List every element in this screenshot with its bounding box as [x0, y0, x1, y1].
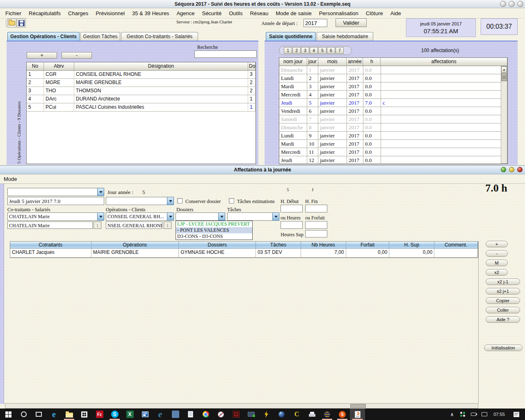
dialog-hscroll-thumb[interactable] [350, 404, 366, 408]
window-maximize-button[interactable] [509, 1, 515, 7]
edge-icon[interactable]: e [46, 409, 62, 420]
window-minimize-button[interactable] [500, 1, 506, 7]
validate-button[interactable]: Valider [336, 18, 367, 27]
day-row[interactable]: Samedi7janvier20170.0 [279, 115, 507, 123]
tray-battery-icon[interactable] [468, 409, 478, 420]
menu-35-39-heures[interactable]: 35 & 39 Heures [128, 9, 173, 18]
dialog-minimize-button[interactable] [501, 167, 506, 172]
dialog-left-scroll-strip[interactable] [0, 184, 4, 404]
selected-date-field[interactable]: Jeudi 5 janvier 2017 7.0 [7, 197, 104, 205]
tab-gestion-operations-clients[interactable]: Gestion Opérations - Clients [7, 32, 80, 41]
day-row[interactable]: Mercredi4janvier20170.0 [279, 91, 507, 99]
taskbar-clock[interactable]: 07:55 [491, 409, 508, 420]
red-grid-icon[interactable] [228, 409, 244, 420]
side-button-[interactable]: - [486, 250, 508, 257]
days-scrollbar[interactable]: ▲ [501, 66, 507, 164]
menu-securite[interactable]: Sécurité [198, 9, 225, 18]
side-button-[interactable]: + [486, 241, 508, 247]
dialog-maximize-button[interactable] [509, 167, 514, 172]
menu-previsionnel[interactable]: Prévisionnel [92, 9, 128, 18]
week-button-7[interactable]: 7 [336, 47, 344, 54]
c-app-icon[interactable]: C [289, 409, 304, 420]
table-row[interactable]: 4DArcDURAND Architecte1 [27, 95, 256, 103]
tab-saisie-hebdomadaire[interactable]: Saisie hebdomadaire [317, 32, 373, 41]
day-row[interactable]: Mercredi11janvier20170.0 [279, 148, 507, 156]
affectation-row[interactable]: CHARLET JacquesMAIRIE GRENOBLEGYMNASE HO… [10, 249, 478, 258]
search-input[interactable] [194, 50, 257, 58]
day-row[interactable]: Mardi3janvier20170.0 [279, 82, 507, 91]
table-row[interactable]: 2MGREMAIRIE GRENOBLE2 [27, 79, 256, 87]
chevron-down-icon[interactable] [167, 212, 174, 221]
cotraitant-value-field[interactable]: CHATELAIN Marie [7, 221, 93, 229]
table-row[interactable]: 3THOTHOMSON2 [27, 87, 256, 95]
chevron-down-icon[interactable] [218, 212, 225, 221]
week-button-5[interactable]: 5 [318, 47, 326, 54]
heures-sup-input[interactable] [305, 230, 327, 237]
remote-pc-icon[interactable] [244, 409, 259, 420]
printer-icon[interactable] [304, 409, 320, 420]
day-row[interactable]: Dimanche8janvier20170.0 [279, 123, 507, 132]
side-button-x2[interactable]: x2 [486, 269, 508, 276]
add-operation-button[interactable]: + [27, 52, 57, 59]
mode-combobox[interactable] [7, 188, 104, 196]
side-button-copier[interactable]: Copier [486, 297, 520, 304]
side-button-x2-j-1[interactable]: x2 j+1 [486, 288, 520, 294]
file-explorer-icon[interactable] [62, 409, 77, 420]
operation-value-field[interactable]: NSEIL GENERAL RHONE [106, 221, 162, 229]
day-row[interactable]: Vendredi6janvier20170.0 [279, 107, 507, 115]
tray-sync-icon[interactable] [458, 409, 468, 420]
side-button-coller[interactable]: Coller [486, 307, 520, 313]
task-view-icon[interactable] [31, 409, 46, 420]
week-button-1[interactable]: 1 [284, 47, 292, 54]
menu-charges[interactable]: Charges [64, 9, 92, 18]
menu-outils[interactable]: Outils [225, 9, 246, 18]
chevron-down-icon[interactable] [272, 212, 279, 221]
ou-forfait-input[interactable] [305, 221, 327, 229]
week-button-4[interactable]: 4 [310, 47, 318, 54]
side-button-x2-j-1[interactable]: x2 j-1 [486, 278, 520, 285]
day-row[interactable]: Mardi10janvier20170.0 [279, 140, 507, 148]
task-estimations-checkbox[interactable] [229, 198, 234, 203]
scroll-up-icon[interactable]: ▲ [501, 66, 507, 73]
day-row[interactable]: Lundi2janvier20170.0 [279, 74, 507, 82]
start-button[interactable] [1, 409, 16, 420]
menu-personnalisation[interactable]: Personnalisation [315, 9, 362, 18]
window-close-button[interactable] [517, 1, 523, 7]
week-button-6[interactable]: 6 [327, 47, 335, 54]
tab-gestion-taches[interactable]: Gestion Tâches [80, 32, 120, 41]
dialog-hscrollbar[interactable] [5, 403, 478, 409]
chevron-down-icon[interactable] [167, 197, 174, 205]
chrome-icon[interactable] [198, 409, 213, 420]
menu-cloture[interactable]: Clôture [362, 9, 387, 18]
menu-reseau[interactable]: Réseau [246, 9, 272, 18]
ie-icon[interactable]: e [153, 409, 168, 420]
start-year-input[interactable] [304, 19, 327, 27]
tray-chevron-icon[interactable]: ∧ [447, 409, 457, 420]
store-icon[interactable] [77, 409, 92, 420]
secondary-combobox[interactable] [106, 197, 174, 205]
blue-app-icon[interactable] [168, 409, 183, 420]
excel-icon[interactable]: X [122, 409, 137, 420]
ou-heures-input[interactable] [281, 221, 303, 229]
menu-fichier[interactable]: Fichier [2, 9, 25, 18]
day-row[interactable]: Jeudi5janvier20177.0c [279, 99, 507, 107]
end-hour-input[interactable] [305, 205, 327, 212]
days-scroll-thumb[interactable] [501, 73, 507, 81]
sphere-lines-icon[interactable] [320, 409, 335, 420]
day-row[interactable]: Jeudi12janvier20170.0 [279, 156, 507, 164]
action-center-icon[interactable] [511, 409, 522, 420]
menu-aide[interactable]: Aide [387, 9, 405, 18]
java-app-icon[interactable] [350, 409, 365, 420]
news-icon[interactable] [137, 409, 153, 420]
week-button-3[interactable]: 3 [301, 47, 309, 54]
remove-operation-button[interactable]: - [62, 52, 92, 59]
menu-mode[interactable]: Mode [0, 175, 21, 183]
blue-orb-icon[interactable] [274, 409, 289, 420]
menu-mode-de-saisie[interactable]: Mode de saisie [272, 9, 315, 18]
menu-agence[interactable]: Agence [173, 9, 198, 18]
flash-icon[interactable] [259, 409, 274, 420]
table-row[interactable]: 5PCuiPASCALI Cuisines Industrielles1 [27, 103, 256, 112]
tab-gestion-co-traitants-salaries[interactable]: Gestion Co-traitants - Salariés [121, 32, 198, 41]
day-row[interactable]: Dimanche1janvier20170.0 [279, 66, 507, 74]
day-row[interactable]: Lundi9janvier20170.0 [279, 132, 507, 140]
